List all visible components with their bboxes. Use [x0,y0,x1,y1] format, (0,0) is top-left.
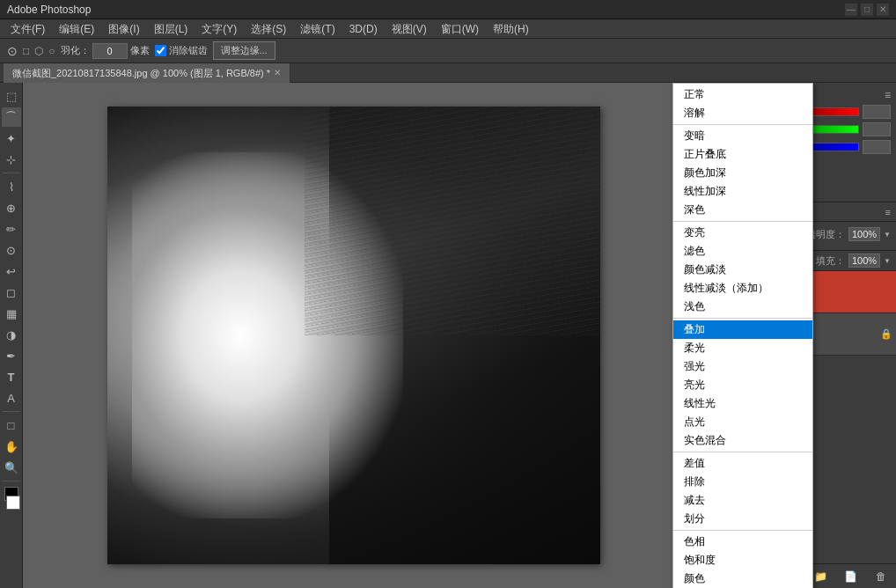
blend-group-normal: 正常 溶解 [673,84,812,125]
blend-item-hue[interactable]: 色相 [673,533,812,551]
blend-item-linear-burn[interactable]: 线性加深 [673,182,812,201]
panel-options-icon[interactable]: ≡ [885,89,891,101]
blend-item-saturation[interactable]: 饱和度 [673,551,812,570]
document-tab[interactable]: 微信截图_20210817135848.jpg @ 100% (图层 1, RG… [4,63,290,83]
window-buttons: — □ ✕ [845,4,889,16]
feather-label: 羽化： [61,44,90,57]
background-color-swatch[interactable] [6,496,20,510]
rect-select-icon: □ [23,45,29,57]
new-layer-button[interactable]: 📄 [842,568,860,585]
menu-filter[interactable]: 滤镜(T) [293,19,342,39]
tool-eraser[interactable]: ◻ [2,283,21,302]
fill-label: 填充： [816,254,845,268]
tool-path-select[interactable]: A [2,388,21,408]
blend-group-overlay: 叠加 柔光 强光 亮光 线性光 点光 实色混合 [673,319,812,452]
antialiasing-label: 消除锯齿 [169,44,208,57]
tool-zoom[interactable]: 🔍 [2,458,21,477]
opacity-arrow-icon: ▼ [884,231,891,239]
layers-panel-options[interactable]: ≡ [885,207,891,217]
options-bar: ⊙ □ ⬡ ○ 羽化： 像素 消除锯齿 调整边缘... [0,39,896,63]
blend-item-darken[interactable]: 变暗 [673,127,812,145]
toolbar-separator-2 [3,411,20,412]
menu-window[interactable]: 窗口(W) [434,19,486,39]
blend-item-hard-light[interactable]: 强光 [673,357,812,376]
new-group-button[interactable]: 📁 [812,568,830,585]
blend-item-divide[interactable]: 划分 [673,510,812,528]
close-tab-button[interactable]: ✕ [274,63,281,83]
tool-pen[interactable]: ✒ [2,346,21,365]
blend-item-exclusion[interactable]: 排除 [673,473,812,491]
canvas-area[interactable] [23,83,685,588]
blend-group-lighten: 变亮 滤色 颜色减淡 线性减淡（添加） 浅色 [673,222,812,319]
blend-item-darker-color[interactable]: 深色 [673,201,812,219]
tool-shape[interactable]: □ [2,415,21,435]
blend-item-color-dodge[interactable]: 颜色减淡 [673,261,812,279]
menu-image[interactable]: 图像(I) [101,19,146,39]
blend-item-lighten[interactable]: 变亮 [673,224,812,242]
blend-item-color-burn[interactable]: 颜色加深 [673,164,812,182]
blend-item-overlay[interactable]: 叠加 [673,320,812,339]
tool-crop[interactable]: ⊹ [2,150,21,169]
menubar: 文件(F) 编辑(E) 图像(I) 图层(L) 文字(Y) 选择(S) 滤镜(T… [0,19,896,39]
polygon-icon: ⬡ [34,45,43,57]
tool-stamp[interactable]: ⊙ [2,240,21,260]
antialiasing-option[interactable]: 消除锯齿 [155,44,208,57]
layer-bg-lock-icon: 🔒 [880,328,892,340]
blend-item-multiply[interactable]: 正片叠底 [673,145,812,164]
tool-magic-wand[interactable]: ✦ [2,129,21,148]
blend-item-pin-light[interactable]: 点光 [673,413,812,431]
blend-group-color: 色相 饱和度 颜色 明度 [673,531,812,588]
blend-item-linear-light[interactable]: 线性光 [673,394,812,413]
maximize-button[interactable]: □ [861,4,873,16]
menu-text[interactable]: 文字(Y) [195,19,244,39]
blend-item-difference[interactable]: 差值 [673,454,812,473]
tool-dodge[interactable]: ◑ [2,325,21,344]
blend-item-normal[interactable]: 正常 [673,85,812,104]
blend-group-difference: 差值 排除 减去 划分 [673,452,812,531]
minimize-button[interactable]: — [845,4,857,16]
tool-selection[interactable]: ⬚ [2,86,21,106]
antialiasing-checkbox[interactable] [155,45,166,56]
blue-value[interactable]: 255 [863,140,891,154]
menu-help[interactable]: 帮助(H) [486,19,536,39]
blend-item-vivid-light[interactable]: 亮光 [673,376,812,394]
menu-edit[interactable]: 编辑(E) [52,19,101,39]
tool-eyedropper[interactable]: ⌇ [2,177,21,196]
blend-item-subtract[interactable]: 减去 [673,491,812,510]
menu-select[interactable]: 选择(S) [244,19,293,39]
canvas-container [107,107,600,564]
delete-layer-button[interactable]: 🗑 [872,568,890,585]
blend-item-soft-light[interactable]: 柔光 [673,339,812,357]
menu-view[interactable]: 视图(V) [385,19,434,39]
tool-brush[interactable]: ✏ [2,219,21,239]
blend-item-lighter-color[interactable]: 浅色 [673,298,812,316]
tool-gradient[interactable]: ▦ [2,304,21,323]
blend-item-linear-dodge[interactable]: 线性减淡（添加） [673,279,812,298]
fill-input[interactable] [848,254,880,268]
tool-history[interactable]: ↩ [2,261,21,281]
tab-bar: 微信截图_20210817135848.jpg @ 100% (图层 1, RG… [0,63,896,83]
opacity-input[interactable] [848,227,880,241]
document-tab-name: 微信截图_20210817135848.jpg @ 100% (图层 1, RG… [12,63,270,83]
menu-3d[interactable]: 3D(D) [342,19,385,39]
tool-text[interactable]: T [2,367,21,386]
tool-heal[interactable]: ⊕ [2,198,21,217]
red-value[interactable]: 255 [863,105,891,119]
blend-mode-dropdown: 正常 溶解 变暗 正片叠底 颜色加深 线性加深 深色 变亮 滤色 颜色减淡 线性… [672,83,813,588]
blend-item-hard-mix[interactable]: 实色混合 [673,431,812,450]
blend-item-color[interactable]: 颜色 [673,570,812,588]
tool-hand[interactable]: ✋ [2,437,21,456]
tool-lasso[interactable]: ⌒ [2,107,21,127]
lasso-icon: ⊙ [7,44,18,58]
feather-input[interactable] [92,43,128,59]
close-button[interactable]: ✕ [877,4,889,16]
menu-file[interactable]: 文件(F) [4,19,52,39]
feather-option: 羽化： 像素 [61,43,150,59]
adjust-edges-button[interactable]: 调整边缘... [213,41,275,60]
feather-unit: 像素 [130,44,150,57]
left-toolbar: ⬚ ⌒ ✦ ⊹ ⌇ ⊕ ✏ ⊙ ↩ ◻ ▦ ◑ ✒ T A □ ✋ 🔍 [0,83,23,588]
blend-item-screen[interactable]: 滤色 [673,242,812,261]
menu-layer[interactable]: 图层(L) [147,19,195,39]
blend-item-dissolve[interactable]: 溶解 [673,104,812,122]
green-value[interactable]: 255 [863,122,891,136]
